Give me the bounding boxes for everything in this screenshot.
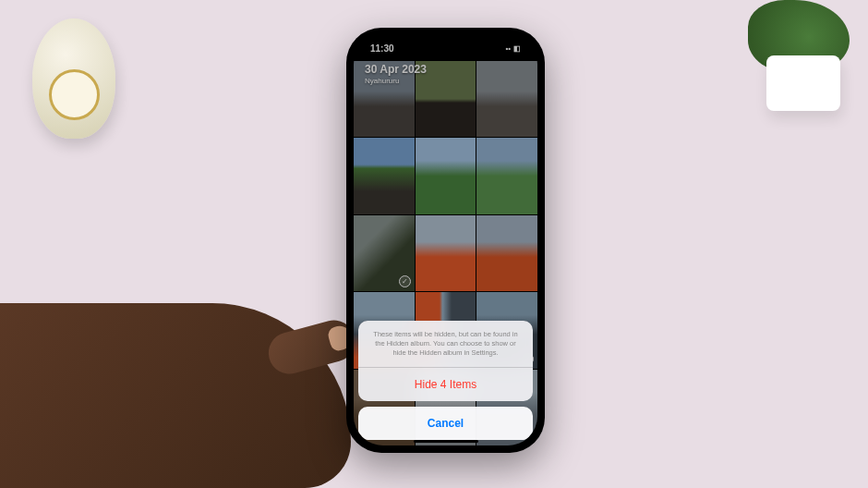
plant-pot [766,55,840,111]
desk-plant [739,0,850,111]
dynamic-island [419,41,473,55]
home-indicator[interactable] [414,440,478,443]
action-sheet-group: These items will be hidden, but can be f… [358,321,533,401]
phone-screen: 11:30 •• ◧ ✓ ✓ ✓ ✓ [354,35,537,445]
cancel-button[interactable]: Cancel [358,407,533,440]
action-sheet-message: These items will be hidden, but can be f… [358,321,533,368]
desk-clock [32,18,115,139]
iphone-device: 11:30 •• ◧ ✓ ✓ ✓ ✓ [346,28,545,453]
clock-face [49,69,100,120]
action-sheet: These items will be hidden, but can be f… [358,321,533,440]
hide-items-button[interactable]: Hide 4 Items [358,368,533,401]
